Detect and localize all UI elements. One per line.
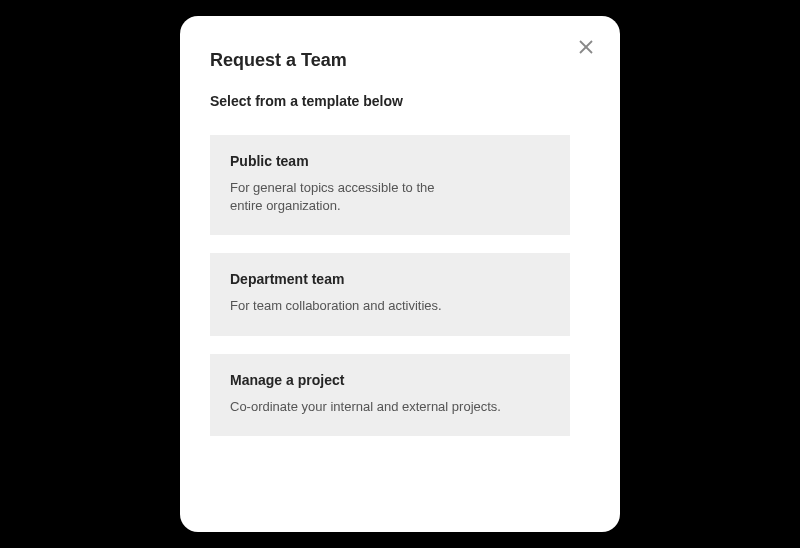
template-card-manage-project[interactable]: Manage a project Co-ordinate your intern… <box>210 354 570 436</box>
template-title: Department team <box>230 271 550 287</box>
request-team-dialog: Request a Team Select from a template be… <box>180 16 620 532</box>
close-icon <box>579 40 593 57</box>
close-button[interactable] <box>574 36 598 60</box>
template-description: For general topics accessible to the ent… <box>230 179 460 215</box>
template-list: Public team For general topics accessibl… <box>210 135 590 436</box>
template-title: Manage a project <box>230 372 550 388</box>
template-title: Public team <box>230 153 550 169</box>
template-description: For team collaboration and activities. <box>230 297 530 315</box>
template-card-public-team[interactable]: Public team For general topics accessibl… <box>210 135 570 235</box>
template-card-department-team[interactable]: Department team For team collaboration a… <box>210 253 570 335</box>
dialog-title: Request a Team <box>210 50 590 71</box>
dialog-subtitle: Select from a template below <box>210 93 590 109</box>
template-description: Co-ordinate your internal and external p… <box>230 398 530 416</box>
